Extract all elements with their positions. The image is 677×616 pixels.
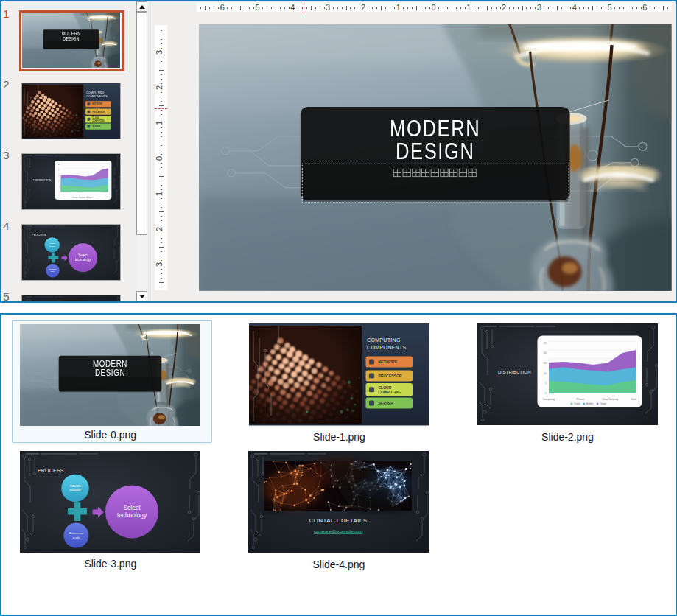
svg-text:10: 10 — [58, 180, 60, 181]
svg-text:10: 10 — [544, 371, 547, 374]
svg-text:technology: technology — [117, 511, 147, 519]
svg-text:needed: needed — [69, 489, 81, 492]
svg-text:PROCESSOR: PROCESSOR — [378, 374, 401, 378]
svg-text:SERVER: SERVER — [378, 401, 393, 405]
svg-text:COMPUTING: COMPUTING — [367, 337, 401, 343]
svg-text:COMPUTING: COMPUTING — [378, 391, 401, 395]
svg-text:Comp: Comp — [574, 402, 580, 405]
svg-text:PROCESSOR: PROCESSOR — [92, 111, 105, 113]
svg-text:Cloud: Cloud — [600, 402, 606, 405]
svg-text:Cloud Comptng: Cloud Comptng — [601, 397, 617, 400]
svg-text:15: 15 — [544, 362, 547, 365]
svg-text:Computing: Computing — [58, 194, 64, 195]
svg-text:Sendl: Sendl — [630, 397, 636, 400]
svg-text:DISTRIBUTION: DISTRIBUTION — [498, 369, 531, 374]
svg-text:PROCESS: PROCESS — [38, 468, 64, 473]
svg-text:needed: needed — [49, 245, 56, 248]
svg-text:0: 0 — [59, 191, 60, 192]
svg-text:Mobile: Mobile — [81, 197, 85, 198]
svg-text:scale: scale — [51, 270, 55, 272]
svg-text:15: 15 — [58, 175, 60, 176]
svg-text:CLOUD: CLOUD — [378, 385, 391, 390]
svg-text:Phones: Phones — [76, 194, 80, 195]
svg-text:COMPONENTS: COMPONENTS — [367, 344, 407, 351]
svg-text:5: 5 — [59, 186, 60, 187]
svg-text:PROCESS: PROCESS — [32, 234, 46, 237]
svg-text:Determine: Determine — [49, 268, 57, 270]
svg-text:COMPUTING: COMPUTING — [92, 119, 105, 122]
svg-text:20: 20 — [58, 169, 60, 170]
svg-text:Comp: Comp — [74, 197, 78, 198]
svg-text:25: 25 — [544, 341, 547, 344]
svg-text:Sendl: Sendl — [105, 194, 109, 195]
svg-text:technology: technology — [75, 258, 92, 262]
svg-text:Select: Select — [78, 253, 88, 257]
svg-text:DISTRIBUTION: DISTRIBUTION — [33, 179, 52, 182]
svg-text:Cloud Comptng: Cloud Comptng — [90, 194, 99, 195]
svg-text:NETWORK: NETWORK — [378, 360, 397, 364]
svg-text:COMPONENTS: COMPONENTS — [86, 94, 108, 98]
svg-text:20: 20 — [544, 351, 547, 354]
svg-text:Determine: Determine — [69, 531, 84, 535]
svg-text:Select: Select — [123, 504, 141, 511]
svg-text:CONTACT DETAILS: CONTACT DETAILS — [309, 517, 367, 524]
svg-text:0: 0 — [545, 392, 547, 395]
svg-text:scale: scale — [72, 536, 80, 539]
svg-text:Cloud: Cloud — [88, 197, 92, 198]
svg-text:Computing: Computing — [543, 397, 555, 400]
svg-text:Assess: Assess — [70, 484, 81, 488]
svg-text:NETWORK: NETWORK — [92, 102, 102, 105]
svg-text:SERVER: SERVER — [92, 125, 100, 128]
svg-text:CLOUD: CLOUD — [92, 116, 99, 119]
svg-text:Mobile: Mobile — [586, 402, 594, 405]
svg-text:Phones: Phones — [576, 397, 584, 400]
svg-text:someone@example.com: someone@example.com — [314, 529, 362, 533]
svg-text:25: 25 — [58, 164, 60, 165]
svg-text:5: 5 — [545, 382, 547, 385]
